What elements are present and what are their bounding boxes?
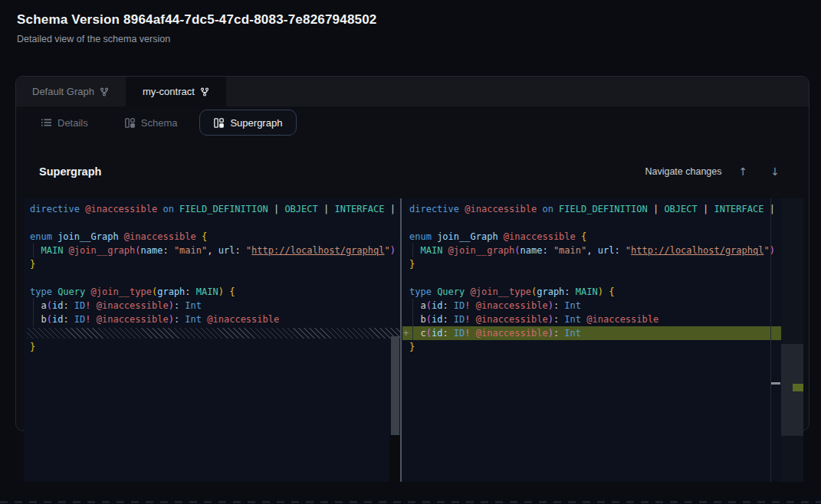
panel-title: Supergraph <box>39 165 101 178</box>
overview-added-marker <box>793 384 803 391</box>
code-token: a <box>41 300 46 311</box>
schema-diff-editor[interactable]: directive @inaccessible on FIELD_DEFINIT… <box>24 198 803 482</box>
code-line <box>24 216 400 230</box>
code-token: } <box>409 342 415 352</box>
code-token <box>409 314 420 325</box>
code-token: : <box>542 245 553 256</box>
code-token: name <box>521 245 543 256</box>
code-token: : <box>553 314 564 325</box>
code-line: type Query @join__type(graph: MAIN) { <box>402 285 803 299</box>
code-token: ) <box>548 328 553 339</box>
code-token: : <box>442 300 453 311</box>
code-token: } <box>30 259 35 270</box>
code-token: id <box>432 328 442 339</box>
code-token <box>30 300 41 311</box>
code-token: : <box>564 286 575 297</box>
fork-icon <box>100 87 109 97</box>
code-token: MAIN <box>420 245 442 256</box>
code-line: a(id: ID! @inaccessible): Int <box>24 299 400 313</box>
code-token <box>409 300 420 311</box>
code-token: : <box>174 300 185 311</box>
code-token: http://localhost/graphql <box>251 245 384 256</box>
code-token <box>409 245 420 256</box>
code-token <box>85 286 90 297</box>
code-token: name <box>141 245 163 256</box>
subtab-label: Schema <box>141 117 178 129</box>
code-token: { <box>581 231 586 242</box>
code-token: ! <box>85 314 90 325</box>
subtab-details[interactable]: Details <box>27 110 103 136</box>
tab-label: my-contract <box>143 86 195 97</box>
code-line: enum join__Graph @inaccessible { <box>402 230 803 244</box>
code-token <box>576 231 581 242</box>
code-token <box>471 300 476 311</box>
previous-change-button[interactable]: ↑ <box>733 164 754 179</box>
code-token: ) <box>169 300 174 311</box>
code-token: " <box>764 245 769 256</box>
code-token: type <box>30 286 52 297</box>
code-token: Int <box>564 300 581 311</box>
code-token: c <box>420 328 425 339</box>
code-token: id <box>52 300 63 311</box>
code-token: : <box>235 245 245 256</box>
code-token: : <box>553 328 564 339</box>
code-token: Int <box>185 300 202 311</box>
code-token: MAIN <box>41 245 63 256</box>
code-token: : <box>442 328 453 339</box>
code-token: INTERFACE <box>714 204 764 214</box>
code-token: @join__graph <box>69 245 136 256</box>
code-token: | <box>648 204 665 214</box>
code-token: id <box>432 314 442 325</box>
code-token: FIELD_DEFINITION <box>559 204 648 214</box>
diff-pane-original[interactable]: directive @inaccessible on FIELD_DEFINIT… <box>24 198 400 482</box>
code-token: ( <box>426 300 432 311</box>
left-scrollbar-thumb[interactable] <box>391 336 399 435</box>
page-subtitle: Detailed view of the schema version <box>17 34 377 44</box>
code-token: | <box>698 204 714 214</box>
code-line: a(id: ID! @inaccessible): Int <box>402 299 803 313</box>
code-token: Query <box>437 286 465 297</box>
schema-version-card: Default Graphmy-contract DetailsSchemaSu… <box>15 76 810 431</box>
code-line: type Query @join__type(graph: MAIN) { <box>24 285 400 299</box>
list-icon <box>41 118 51 127</box>
code-token: ( <box>426 314 432 325</box>
tab-default-graph[interactable]: Default Graph <box>16 77 126 106</box>
code-token: ( <box>426 328 432 339</box>
code-token <box>196 231 202 242</box>
tab-label: Default Graph <box>32 86 94 97</box>
code-token: on <box>542 204 553 214</box>
code-token: INTERFACE <box>334 204 384 214</box>
code-token: a <box>420 300 425 311</box>
diff-hatch-fill <box>27 328 400 339</box>
tab-my-contract[interactable]: my-contract <box>126 77 226 106</box>
code-line <box>402 216 803 230</box>
code-token: { <box>609 286 614 297</box>
code-token <box>63 245 68 256</box>
code-token: ( <box>47 300 52 311</box>
code-token: " <box>626 245 631 256</box>
supergraph-panel-header: Supergraph Navigate changes ↑ ↓ <box>39 158 786 185</box>
added-code-line: + c(id: ID! @inaccessible): Int <box>402 326 781 340</box>
code-token: : <box>174 314 185 325</box>
subtab-schema[interactable]: Schema <box>110 110 192 136</box>
code-token: ) <box>598 286 603 297</box>
code-token: : <box>553 300 564 311</box>
code-line <box>24 271 400 285</box>
fork-icon <box>200 87 209 97</box>
subtab-supergraph[interactable]: Supergraph <box>199 110 297 136</box>
code-line: } <box>402 340 803 354</box>
code-token: MAIN <box>576 286 598 297</box>
code-token: " <box>384 245 389 256</box>
minimap[interactable] <box>781 198 803 482</box>
code-token: | <box>764 204 774 214</box>
minimap-line-mark <box>771 382 780 385</box>
code-token: @inaccessible <box>124 231 196 242</box>
diff-pane-divider[interactable] <box>400 198 402 482</box>
code-token: url <box>598 245 615 256</box>
code-token: Int <box>564 328 581 339</box>
next-change-button[interactable]: ↓ <box>764 164 786 179</box>
code-token: "main" <box>553 245 586 256</box>
code-token: OBJECT <box>664 204 697 214</box>
diff-pane-modified[interactable]: directive @inaccessible on FIELD_DEFINIT… <box>402 198 803 482</box>
code-token: , <box>586 245 597 256</box>
